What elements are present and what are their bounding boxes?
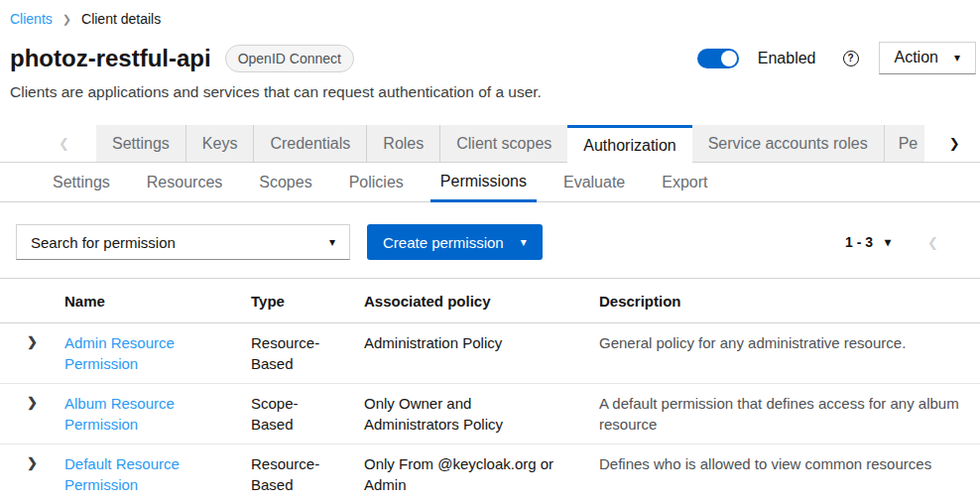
subtab-resources[interactable]: Resources [137,163,232,201]
subtab-permissions[interactable]: Permissions [430,163,537,202]
breadcrumb: Clients ❯ Client details [0,0,980,27]
pagination-prev-button[interactable]: ❮ [927,235,938,250]
tab-label: Authorization [583,137,675,155]
permission-type: Resource-Based [235,444,348,504]
subtab-scopes[interactable]: Scopes [249,163,321,201]
table-row: ❯ Album Resource Permission Scope-Based … [0,384,980,444]
tab-label: Roles [383,135,424,153]
permission-name-link[interactable]: Admin Resource Permission [64,334,175,372]
action-dropdown-label: Action [895,49,938,66]
subtab-evaluate[interactable]: Evaluate [553,163,635,201]
help-icon[interactable]: ? [843,51,859,66]
tabs-scroll-right-button[interactable]: ❯ [924,125,980,163]
header-controls: Enabled ? Action ▾ [697,42,976,74]
title-wrap: photoz-restful-api OpenID Connect [10,45,354,72]
permission-policy: Only Owner and Administrators Policy [348,384,583,444]
permission-name-link[interactable]: Default Resource Permission [64,455,180,493]
expand-row-chevron-icon[interactable]: ❯ [27,395,38,410]
column-header-type: Type [235,279,348,323]
permissions-table: Name Type Associated policy Description … [0,278,980,504]
tab-service-accounts-roles[interactable]: Service accounts roles [692,125,885,163]
subtab-label: Policies [349,174,404,191]
table-row: ❯ Admin Resource Permission Resource-Bas… [0,323,980,384]
tab-roles[interactable]: Roles [367,125,440,163]
permission-policy: Only From @keycloak.org or Admin [348,444,583,504]
tab-permissions-truncated[interactable]: Pe [885,125,924,163]
create-permission-button[interactable]: Create permission ▾ [367,224,543,260]
caret-down-icon: ▾ [521,236,527,248]
toggle-knob [721,51,737,66]
subtab-settings[interactable]: Settings [43,163,120,201]
enabled-label: Enabled [758,50,816,67]
permission-type: Scope-Based [235,384,348,444]
subtab-export[interactable]: Export [652,163,717,201]
angle-right-icon: ❯ [949,136,960,151]
expand-row-chevron-icon[interactable]: ❯ [27,455,38,470]
subtab-label: Permissions [440,173,527,190]
caret-down-icon: ▾ [329,236,335,248]
permission-name-link[interactable]: Album Resource Permission [64,395,175,433]
breadcrumb-clients-link[interactable]: Clients [10,11,53,27]
column-header-name: Name [49,279,235,323]
search-permission-select[interactable]: Search for permission ▾ [16,224,350,260]
client-details-page: Clients ❯ Client details photoz-restful-… [0,0,980,504]
action-dropdown[interactable]: Action ▾ [879,42,977,74]
page-header: photoz-restful-api OpenID Connect Enable… [0,27,980,74]
subtab-label: Settings [53,174,110,191]
create-permission-label: Create permission [383,234,504,251]
page-title: photoz-restful-api [10,45,211,72]
table-row: ❯ Default Resource Permission Resource-B… [0,444,980,504]
tab-credentials[interactable]: Credentials [254,125,367,163]
tab-label: Credentials [270,135,350,153]
table-header-row: Name Type Associated policy Description [0,279,980,323]
tab-settings[interactable]: Settings [96,125,186,163]
permissions-toolbar: Search for permission ▾ Create permissio… [0,202,980,278]
permission-policy: Administration Policy [348,323,583,384]
authorization-subtabs: Settings Resources Scopes Policies Permi… [0,163,980,202]
pagination-options-toggle[interactable]: ▾ [885,236,891,248]
tab-client-scopes[interactable]: Client scopes [440,125,567,163]
pagination: 1 - 3 ▾ ❮ [845,234,964,250]
subtab-label: Export [662,174,707,191]
search-select-label: Search for permission [31,234,176,251]
tab-label: Client scopes [456,135,551,153]
tabs-scroll-left-button[interactable]: ❮ [0,125,96,163]
expand-column-header [0,279,49,323]
subtab-label: Resources [147,174,222,191]
client-tabs: ❮ Settings Keys Credentials Roles Client… [0,125,980,163]
enabled-toggle[interactable] [697,49,739,68]
subtab-policies[interactable]: Policies [339,163,414,201]
permission-description: General policy for any administrative re… [583,323,980,384]
tab-label: Service accounts roles [708,135,868,153]
breadcrumb-separator-icon: ❯ [62,13,71,25]
permission-description: Defines who is allowed to view common re… [583,444,980,504]
tab-label: Pe [899,135,919,153]
breadcrumb-current: Client details [81,11,161,27]
expand-row-chevron-icon[interactable]: ❯ [27,334,38,349]
tab-keys[interactable]: Keys [186,125,255,163]
column-header-associated-policy: Associated policy [348,279,583,323]
column-header-description: Description [583,279,980,323]
subtab-label: Evaluate [563,174,625,191]
tab-label: Settings [112,135,170,153]
caret-down-icon: ▾ [954,52,960,63]
protocol-badge: OpenID Connect [225,45,354,72]
angle-left-icon: ❮ [59,136,69,151]
tab-label: Keys [202,135,238,153]
pagination-range: 1 - 3 [845,234,873,250]
subtab-label: Scopes [259,174,311,191]
tab-authorization[interactable]: Authorization [567,125,691,163]
page-subtitle: Clients are applications and services th… [0,74,980,101]
permission-description: A default permission that defines access… [583,384,980,444]
permission-type: Resource-Based [235,323,348,384]
